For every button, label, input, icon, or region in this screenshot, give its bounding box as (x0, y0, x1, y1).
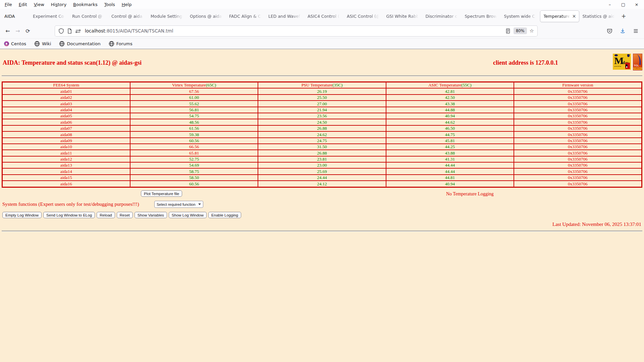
cell-psu-temp: 23.00 (258, 162, 386, 168)
tcl-logo[interactable]: TCL POWERED (633, 54, 642, 70)
tcl-logo-powered: POWERED (633, 67, 642, 70)
tab-led-and-wavef[interactable]: LED and Wavef (265, 9, 305, 23)
page-proxy-icon[interactable] (67, 28, 72, 34)
close-button[interactable]: × (634, 2, 639, 7)
tab-spectrum-brow[interactable]: Spectrum Brow (462, 9, 501, 23)
shield-icon[interactable] (58, 28, 64, 34)
cell-psu-temp: 27.00 (258, 101, 386, 107)
zoom-level-badge[interactable]: 80% (514, 27, 527, 34)
system-function-select[interactable]: Select required function (154, 201, 203, 208)
tcl-logo-text: TCL (634, 64, 639, 67)
download-icon[interactable] (620, 28, 626, 34)
temperature-table: FEE64 SystemVirtex Temperature(65C)PSU T… (2, 81, 642, 188)
cell-firmware: 0x3350706 (514, 162, 642, 168)
minimize-button[interactable]: – (607, 2, 612, 7)
bookmark-wiki[interactable]: Wiki (34, 41, 51, 47)
permissions-icon[interactable] (75, 28, 81, 34)
cell-psu-temp: 24.12 (258, 181, 386, 187)
header-label: Virtex Temperature (172, 82, 206, 87)
url-bar[interactable]: localhost:8015/AIDA/TSCAN/TSCAN.tml 80% … (55, 26, 537, 36)
url-host: localhost (85, 28, 105, 34)
button-reset[interactable]: Reset (117, 212, 133, 218)
tab-gsi-white-rabb[interactable]: GSI White Rabb (383, 9, 422, 23)
tab-asic-control[interactable]: ASIC Control (@ (344, 9, 383, 23)
cell-firmware: 0x3350706 (514, 150, 642, 156)
navigation-bar: ← → ⟳ localhost:8015/AIDA/TSCAN/TSCAN.tm… (0, 23, 644, 39)
tab-label: GSI White Rabb (386, 14, 419, 19)
button-show-log-window[interactable]: Show Log Window (169, 212, 207, 218)
cell-virtex-temp: 54.69 (130, 162, 258, 168)
menu-bookmarks[interactable]: Bookmarks (70, 2, 101, 7)
tab-close-icon[interactable]: × (572, 14, 576, 18)
table-row: aida0859.3824.6244.750x3350706 (2, 131, 642, 137)
tab-label: Options @ aida (190, 14, 223, 19)
url-text[interactable]: localhost:8015/AIDA/TSCAN/TSCAN.tml (85, 28, 173, 34)
cell-fee64: aida08 (2, 131, 130, 137)
page-title: AIDA: Temperature and status scan(1.12) … (3, 59, 142, 66)
bookmark-star-icon[interactable]: ☆ (530, 28, 534, 34)
button-enable-logging[interactable]: Enable Logging (208, 212, 241, 218)
cell-psu-temp: 24.44 (258, 175, 386, 181)
cell-fee64: aida04 (2, 107, 130, 113)
cell-fee64: aida06 (2, 119, 130, 125)
cell-psu-temp: 26.88 (258, 150, 386, 156)
reload-icon[interactable]: ⟳ (23, 26, 33, 36)
tab-module-setting[interactable]: Module Setting (148, 9, 187, 23)
system-functions-label: System functions (Expert users only for … (2, 201, 139, 207)
table-row: aida0167.5626.1942.810x3350706 (2, 88, 642, 94)
pocket-icon[interactable] (607, 28, 612, 34)
tab-run-control[interactable]: Run Control @ (69, 9, 108, 23)
menu-view[interactable]: View (31, 2, 48, 7)
tab-statistics-aid[interactable]: Statistics @ aid (579, 9, 619, 23)
new-tab-button[interactable]: + (619, 11, 629, 21)
menu-history[interactable]: History (48, 2, 70, 7)
header-threshold: (65C) (206, 82, 216, 87)
cell-virtex-temp: 67.56 (130, 88, 258, 94)
reader-mode-icon[interactable] (505, 28, 511, 34)
cell-psu-temp: 25.69 (258, 168, 386, 174)
centos-icon (4, 41, 9, 46)
tab-temperature[interactable]: Temperature× (540, 10, 579, 22)
tab-control-aida[interactable]: Control @ aida (108, 9, 148, 23)
tab-asic4-control[interactable]: ASIC4 Control ( (305, 9, 344, 23)
bookmark-centos[interactable]: Centos (4, 41, 26, 46)
button-send-log-window-to-elog[interactable]: Send Log Window to ELog (43, 212, 95, 218)
back-icon[interactable]: ← (3, 26, 13, 36)
menu-bar: FileEditViewHistoryBookmarksToolsHelp –▢… (0, 0, 644, 9)
forward-icon[interactable]: → (13, 26, 23, 36)
midas-logo[interactable]: M idas powered by (613, 54, 631, 70)
tab-experiment-co[interactable]: Experiment Co (30, 9, 69, 23)
cell-psu-temp: 26.88 (258, 125, 386, 131)
button-show-variables[interactable]: Show Variables (135, 212, 167, 218)
table-row: aida1558.5024.4444.810x3350706 (2, 175, 642, 181)
menu-file[interactable]: File (1, 2, 15, 7)
cell-asic-temp: 43.38 (386, 101, 514, 107)
cell-virtex-temp: 65.81 (130, 150, 258, 156)
menu-icon[interactable] (633, 28, 639, 34)
maximize-button[interactable]: ▢ (621, 2, 626, 7)
menu-tools[interactable]: Tools (101, 2, 118, 7)
button-empty-log-window[interactable]: Empty Log Window (2, 212, 42, 218)
tab-label: Temperature (543, 14, 571, 19)
table-row: aida0261.0025.5042.500x3350706 (2, 95, 642, 101)
bookmark-forums[interactable]: Forums (109, 41, 132, 47)
table-row: aida1660.5624.1240.940x3350706 (2, 181, 642, 187)
tab-options-aida[interactable]: Options @ aida (187, 9, 226, 23)
cell-fee64: aida05 (2, 113, 130, 119)
cell-asic-temp: 40.94 (386, 113, 514, 119)
cell-asic-temp: 40.94 (386, 181, 514, 187)
bookmark-label: Centos (11, 41, 26, 46)
cell-virtex-temp: 61.00 (130, 95, 258, 101)
header-label: PSU Temperature (302, 82, 332, 87)
cell-asic-temp: 45.81 (386, 138, 514, 144)
tab-fadc-align-c[interactable]: FADC Align & C (226, 9, 265, 23)
globe-icon (34, 41, 40, 47)
bookmark-documentation[interactable]: Documentation (59, 41, 100, 47)
menu-edit[interactable]: Edit (15, 2, 31, 7)
menu-help[interactable]: Help (118, 2, 135, 7)
tab-discriminator-c[interactable]: Discriminator c (422, 9, 462, 23)
button-reload[interactable]: Reload (97, 212, 115, 218)
tab-system-wide-c[interactable]: System wide C (501, 9, 540, 23)
tab-label: Statistics @ aid (582, 14, 615, 19)
plot-temperature-file-button[interactable]: Plot Temperature file (141, 190, 182, 197)
